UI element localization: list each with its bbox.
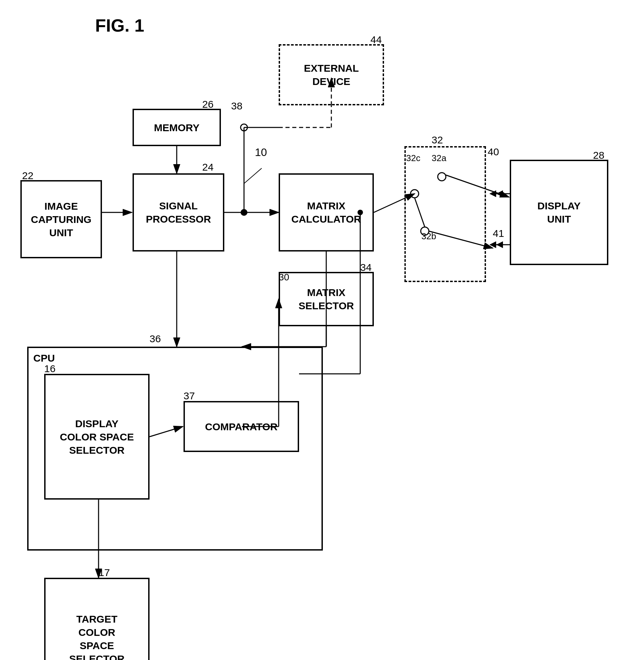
label-22: 22 — [22, 170, 33, 181]
label-36: 36 — [150, 333, 161, 345]
label-40: 40 — [488, 146, 499, 158]
svg-point-8 — [241, 124, 247, 131]
display-unit-box: DISPLAYUNIT — [510, 160, 608, 265]
label-28: 28 — [593, 150, 604, 161]
label-30: 30 — [279, 272, 289, 283]
svg-marker-25 — [489, 241, 496, 248]
matrix-calculator-box: MATRIXCALCULATOR — [279, 173, 374, 251]
display-color-selector-box: DISPLAYCOLOR SPACESELECTOR — [44, 374, 150, 500]
label-16: 16 — [44, 363, 55, 375]
svg-point-5 — [241, 209, 247, 216]
svg-marker-26 — [496, 241, 503, 248]
external-device-box: EXTERNALDEVICE — [279, 44, 384, 105]
memory-box: MEMORY — [133, 109, 221, 146]
target-color-selector-box: TARGETCOLORSPACESELECTOR — [44, 578, 150, 660]
label-44: 44 — [370, 34, 382, 46]
label-32: 32 — [432, 134, 443, 146]
label-17: 17 — [99, 567, 110, 578]
label-24: 24 — [202, 161, 213, 173]
label-37: 37 — [184, 390, 195, 402]
signal-processor-box: SIGNALPROCESSOR — [133, 173, 224, 251]
figure-title: FIG. 1 — [95, 15, 144, 36]
switch-region-box — [404, 146, 486, 282]
label-38: 38 — [231, 100, 242, 112]
image-capturing-box: IMAGECAPTURINGUNIT — [20, 180, 102, 258]
label-34: 34 — [360, 262, 371, 273]
matrix-selector-box: MATRIXSELECTOR — [279, 272, 374, 326]
label-10: 10 — [255, 146, 267, 159]
diagram: FIG. 1 EXTERNALDEVICE 44 MEMORY 26 IMAGE… — [0, 0, 644, 660]
label-26: 26 — [202, 99, 213, 110]
svg-line-13 — [244, 168, 262, 184]
svg-marker-22 — [489, 190, 496, 197]
svg-marker-23 — [496, 190, 503, 197]
label-41: 41 — [493, 228, 504, 239]
comparator-box: COMPARATOR — [184, 401, 299, 452]
